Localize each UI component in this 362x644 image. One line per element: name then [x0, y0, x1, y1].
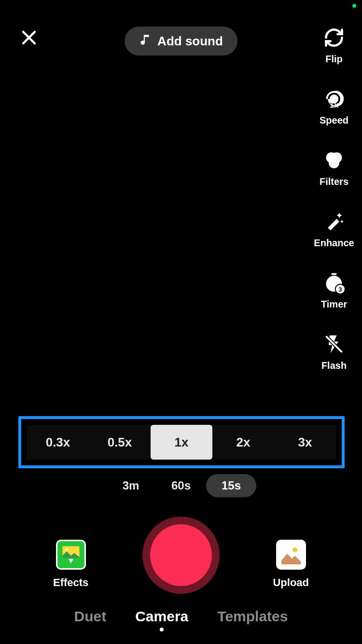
speed-icon: 1x	[323, 88, 345, 110]
camera-tools-rail: Flip 1x Speed Filters Enhance 3 Timer Fl…	[315, 27, 353, 371]
filters-button[interactable]: Filters	[315, 149, 353, 187]
add-sound-label: Add sound	[157, 34, 223, 49]
timer-icon: 3	[323, 272, 345, 294]
duration-option-3m[interactable]: 3m	[106, 474, 156, 497]
record-button[interactable]	[142, 517, 220, 594]
mode-tabs: Duet Camera Templates	[0, 608, 362, 631]
effects-label: Effects	[53, 576, 88, 589]
filters-label: Filters	[320, 176, 348, 187]
svg-text:3: 3	[338, 286, 342, 293]
enhance-label: Enhance	[314, 238, 354, 249]
mode-tab-templates[interactable]: Templates	[217, 608, 288, 631]
duration-selector: 3m 60s 15s	[106, 474, 256, 497]
speed-option-0-3x[interactable]: 0.3x	[27, 425, 89, 460]
speed-option-0-5x[interactable]: 0.5x	[89, 425, 151, 460]
upload-label: Upload	[273, 576, 309, 589]
close-button[interactable]	[17, 27, 41, 51]
duration-option-60s[interactable]: 60s	[156, 474, 206, 497]
enhance-wand-icon	[323, 210, 345, 233]
svg-point-14	[65, 548, 68, 551]
duration-option-15s[interactable]: 15s	[206, 474, 256, 497]
add-sound-button[interactable]: Add sound	[125, 27, 237, 56]
mode-tab-duet[interactable]: Duet	[74, 608, 107, 631]
flip-label: Flip	[325, 54, 343, 65]
flash-label: Flash	[321, 360, 347, 371]
music-note-icon	[139, 33, 152, 49]
svg-point-5	[329, 158, 339, 168]
svg-rect-6	[332, 273, 337, 275]
svg-text:1x: 1x	[330, 100, 339, 109]
speed-button[interactable]: 1x Speed	[315, 88, 353, 126]
upload-button[interactable]: Upload	[273, 540, 309, 589]
speed-selector: 0.3x 0.5x 1x 2x 3x	[27, 425, 336, 460]
timer-label: Timer	[321, 299, 347, 310]
timer-button[interactable]: 3 Timer	[315, 272, 353, 310]
speed-option-1x[interactable]: 1x	[151, 425, 212, 460]
speed-label: Speed	[320, 115, 348, 126]
effects-button[interactable]: Effects	[53, 540, 88, 589]
status-indicator-dot	[352, 4, 356, 8]
upload-icon	[276, 540, 306, 570]
filters-icon	[323, 149, 345, 171]
svg-point-16	[292, 547, 297, 552]
mode-tab-camera[interactable]: Camera	[135, 608, 188, 631]
record-button-inner	[150, 524, 212, 586]
effects-icon	[56, 540, 86, 570]
enhance-button[interactable]: Enhance	[315, 210, 353, 249]
speed-selector-highlight: 0.3x 0.5x 1x 2x 3x	[18, 416, 345, 468]
flip-icon	[323, 27, 345, 49]
speed-option-2x[interactable]: 2x	[212, 425, 274, 460]
flash-off-icon	[323, 333, 345, 355]
speed-option-3x[interactable]: 3x	[274, 425, 336, 460]
flash-button[interactable]: Flash	[315, 333, 353, 371]
flip-camera-button[interactable]: Flip	[315, 27, 353, 65]
close-icon	[20, 29, 38, 48]
